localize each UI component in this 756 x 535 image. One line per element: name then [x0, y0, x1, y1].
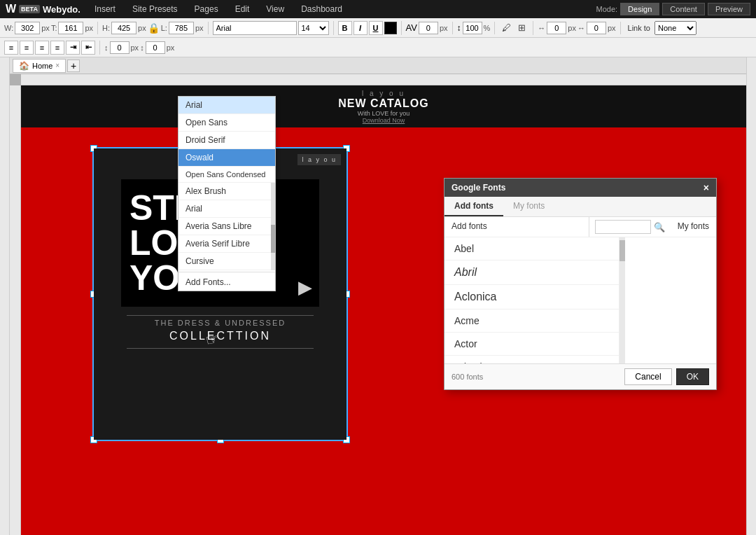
pos-x-label: ↔	[538, 24, 545, 32]
l-input[interactable]	[169, 22, 194, 34]
canvas-wrapper: 🏠 Home × + // Ruler ticks will be drawn …	[10, 57, 746, 535]
gf-font-abel[interactable]: Abel	[444, 237, 619, 260]
app-logo: W BETA Webydo.	[6, 3, 80, 15]
gf-font-adamina[interactable]: Adamina	[444, 356, 619, 363]
gf-font-aclonica[interactable]: Aclonica	[444, 285, 619, 310]
px-label-y: px	[131, 43, 139, 52]
font-item-arial-selected[interactable]: Arial	[178, 97, 275, 114]
font-item-oswald[interactable]: Oswald	[178, 149, 275, 167]
align-center-btn[interactable]: ≡	[20, 41, 34, 55]
color-btn[interactable]	[384, 22, 397, 34]
font-item-arial[interactable]: Arial	[178, 200, 275, 218]
w-label: W:	[4, 24, 13, 32]
font-item-alex-brush[interactable]: Alex Brush	[178, 183, 275, 200]
pos-x-input[interactable]	[547, 22, 566, 34]
pos-icon2: ↕	[140, 43, 144, 52]
menu-dashboard[interactable]: Dashboard	[298, 4, 345, 14]
px-label-t: px	[85, 24, 93, 32]
position-group: ↔ px ↔ px	[538, 22, 620, 34]
font-family-select[interactable]: Arial	[213, 21, 297, 35]
dimensions-group: W: px T: px	[4, 22, 98, 34]
indent-btn[interactable]: ⇥	[66, 41, 80, 55]
menu-pages[interactable]: Pages	[192, 4, 221, 14]
dress-text: THE DRESS & UNDRESSED	[155, 319, 286, 327]
align-group: ≡ ≡ ≡ ≡ ⇥ ⇤	[4, 41, 100, 55]
gf-search-area: 🔍	[589, 217, 671, 237]
bold-btn[interactable]: B	[338, 21, 352, 35]
pos-y2-input[interactable]	[146, 41, 165, 54]
px-label-y2: px	[167, 43, 175, 52]
pos-icon: ↕	[104, 43, 108, 52]
outdent-btn[interactable]: ⇤	[81, 41, 95, 55]
dropdown-scrollbar[interactable]	[271, 183, 275, 270]
mode-design-btn[interactable]: Design	[620, 3, 659, 15]
pos-group2: ↕ px ↕ px	[104, 41, 178, 54]
gf-header: Google Fonts ×	[444, 179, 716, 197]
lock-icon[interactable]: 🔒	[148, 22, 160, 34]
font-dropdown-scrollable: Alex Brush Arial Averia Sans Libre Averi…	[178, 183, 275, 270]
link-group: Link to None	[625, 21, 701, 35]
align-left-btn[interactable]: ≡	[4, 41, 18, 55]
line-height-icon: ↕	[457, 23, 461, 33]
align-justify-btn[interactable]: ≡	[50, 41, 64, 55]
gf-font-list: Abel Abril Aclonica Acme Actor Adamina A…	[444, 237, 620, 363]
italic-btn[interactable]: I	[354, 21, 368, 35]
underline-btn[interactable]: U	[369, 21, 383, 35]
gf-font-actor[interactable]: Actor	[444, 333, 619, 356]
table-icon[interactable]: ⊞	[514, 21, 528, 35]
tab-bar: 🏠 Home × +	[10, 57, 746, 74]
pos-y-input[interactable]	[110, 41, 130, 54]
font-item-open-sans[interactable]: Open Sans	[178, 114, 275, 132]
menu-edit[interactable]: Edit	[232, 4, 253, 14]
gf-tab-my-fonts[interactable]: My fonts	[503, 197, 554, 216]
gf-cancel-btn[interactable]: Cancel	[624, 368, 671, 385]
font-item-averia-sans[interactable]: Averia Sans Libre	[178, 218, 275, 235]
pos-x2-input[interactable]	[587, 22, 606, 34]
font-item-open-sans-condensed[interactable]: Open Sans Condensed	[178, 167, 275, 183]
gf-font-abril[interactable]: Abril	[444, 260, 619, 285]
gf-search-input[interactable]	[595, 220, 651, 234]
w-input[interactable]	[15, 22, 40, 34]
gf-close-btn[interactable]: ×	[704, 182, 709, 193]
align-right-btn[interactable]: ≡	[35, 41, 49, 55]
menu-site-presets[interactable]: Site Presets	[130, 4, 181, 14]
gf-footer: 600 fonts Cancel OK	[444, 363, 716, 389]
link-select[interactable]: None	[654, 21, 696, 35]
vertical-ruler	[10, 85, 21, 535]
t-input[interactable]	[58, 22, 83, 34]
font-size-select[interactable]: 14	[298, 21, 329, 35]
tab-add-btn[interactable]: +	[67, 60, 80, 72]
gf-search-icon[interactable]: 🔍	[654, 222, 665, 232]
gf-ok-btn[interactable]: OK	[676, 368, 709, 385]
add-fonts-item[interactable]: Add Fonts...	[178, 274, 275, 291]
menu-bar: W BETA Webydo. Insert Site Presets Pages…	[0, 0, 756, 18]
pct-label: %	[484, 24, 491, 32]
divider-top	[127, 315, 313, 316]
gf-scrollthumb	[620, 240, 625, 261]
catalog-subtitle: With LOVE for you	[358, 110, 410, 117]
play-button[interactable]: ▶	[298, 277, 312, 298]
eyedropper-icon[interactable]: 🖊	[499, 21, 513, 35]
home-tab[interactable]: 🏠 Home ×	[13, 59, 66, 73]
tab-close-btn[interactable]: ×	[55, 62, 59, 69]
gf-content-area: Abel Abril Aclonica Acme Actor Adamina A…	[444, 237, 716, 363]
font-item-averia-serif[interactable]: Averia Serif Libre	[178, 235, 275, 253]
gf-font-acme[interactable]: Acme	[444, 310, 619, 333]
letter-spacing-input[interactable]	[419, 22, 438, 34]
gf-my-fonts-label: My fonts	[671, 217, 716, 237]
px-label-w: px	[41, 24, 50, 32]
font-item-droid-serif[interactable]: Droid Serif	[178, 132, 275, 149]
mode-content-btn[interactable]: Content	[662, 3, 705, 15]
gf-tab-bar: Add fonts My fonts	[444, 197, 716, 217]
gf-font-count: 600 fonts	[451, 373, 483, 381]
gf-tab-add-fonts[interactable]: Add fonts	[444, 197, 503, 216]
font-item-cursive[interactable]: Cursive	[178, 253, 275, 270]
mode-preview-btn[interactable]: Preview	[708, 3, 750, 15]
spacing-icon: AV	[406, 22, 417, 33]
menu-insert[interactable]: Insert	[92, 4, 118, 14]
line-height-input[interactable]	[463, 22, 482, 34]
h-input[interactable]	[111, 22, 136, 34]
text-format-group: B I U	[338, 21, 402, 35]
menu-view[interactable]: View	[263, 4, 287, 14]
gf-scrollbar[interactable]	[620, 237, 625, 363]
